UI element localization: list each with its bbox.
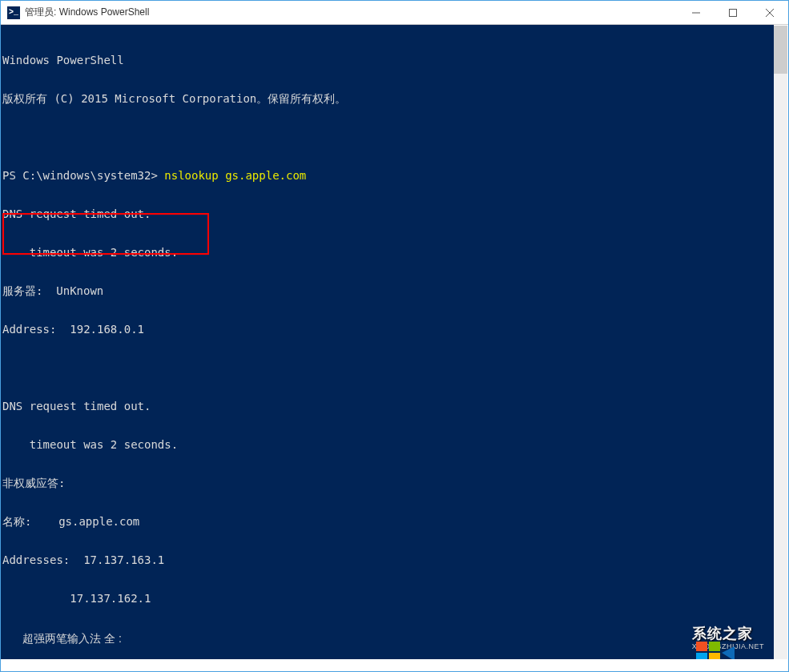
terminal-area[interactable]: Windows PowerShell 版权所有 (C) 2015 Microso…: [1, 25, 774, 659]
output-line: [2, 361, 774, 374]
output-line: timeout was 2 seconds.: [2, 438, 774, 451]
output-line: DNS request timed out.: [2, 207, 774, 220]
watermark: 系统之家 XITONGZHIJIA.NET: [641, 626, 764, 654]
output-line: 名称: gs.apple.com: [2, 515, 774, 528]
output-line: 服务器: UnKnown: [2, 284, 774, 297]
output-line: 17.137.162.1: [2, 592, 774, 605]
prompt-line: PS C:\windows\system32> nslookup gs.appl…: [2, 169, 774, 182]
ime-text: 超强两笔输入法 全 :: [22, 632, 122, 645]
powershell-icon: >_: [7, 6, 20, 19]
svg-rect-9: [709, 653, 720, 659]
vertical-scrollbar[interactable]: [774, 26, 787, 659]
output-line: timeout was 2 seconds.: [2, 246, 774, 259]
output-line: DNS request timed out.: [2, 400, 774, 412]
window-title: 管理员: Windows PowerShell: [25, 6, 678, 19]
window-controls: [678, 1, 788, 24]
command-text: nslookup gs.apple.com: [164, 169, 306, 182]
svg-rect-6: [696, 642, 707, 651]
titlebar[interactable]: >_ 管理员: Windows PowerShell: [1, 1, 788, 25]
svg-rect-8: [696, 653, 707, 659]
watermark-logo-icon: [641, 626, 687, 654]
ime-status-bar: 超强两笔输入法 全 :: [1, 618, 125, 659]
svg-marker-10: [722, 646, 735, 659]
minimize-button[interactable]: [678, 1, 715, 24]
svg-rect-7: [709, 642, 720, 651]
scrollbar-thumb[interactable]: [774, 26, 787, 74]
output-line: Addresses: 17.137.163.1: [2, 553, 774, 566]
maximize-button[interactable]: [715, 1, 751, 24]
output-line: 非权威应答:: [2, 477, 774, 489]
output-line: 版权所有 (C) 2015 Microsoft Corporation。保留所有…: [2, 92, 774, 105]
close-button[interactable]: [751, 1, 788, 24]
svg-rect-1: [730, 9, 737, 16]
output-line: Address: 192.168.0.1: [2, 323, 774, 336]
output-line: Windows PowerShell: [2, 54, 774, 66]
output-line: [2, 131, 774, 143]
powershell-window: >_ 管理员: Windows PowerShell Windows Power…: [0, 0, 789, 672]
